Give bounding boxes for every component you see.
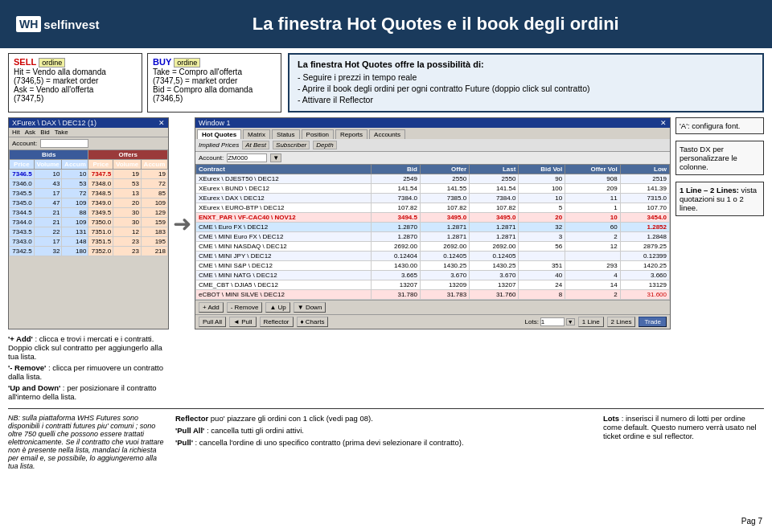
col-contract: Contract <box>196 165 372 174</box>
xfurex-close[interactable]: ✕ <box>158 119 165 127</box>
remove-button[interactable]: - Remove <box>227 302 263 313</box>
up-button[interactable]: ▲ Up <box>265 302 290 313</box>
tab-reports[interactable]: Reports <box>335 129 368 139</box>
sell-box: SELLordine Hit = Vendo alla domanda (734… <box>8 53 142 113</box>
lots-desc: : inserisci il numero di lotti per ordin… <box>603 414 757 440</box>
xfurex-menu-take[interactable]: Take <box>55 129 68 136</box>
table-row: 7344.021109 7350.030159 <box>10 218 168 227</box>
table-row[interactable]: XEurex \ DAX \ DEC127384.07385.07384.010… <box>196 194 670 203</box>
offers-header: Offers <box>88 150 168 160</box>
sell-line4: (7347,5) <box>14 94 137 103</box>
note-font-text: 'A': configura font. <box>680 121 740 130</box>
tab-status[interactable]: Status <box>272 129 300 139</box>
arrow-right-icon: ➜ <box>174 211 190 237</box>
table-row: 7345.51772 7348.51385 <box>10 189 168 198</box>
table-row[interactable]: XEurex \ EURO-BTP \ DEC12107.82107.82107… <box>196 203 670 213</box>
page-number: Pag 7 <box>741 517 762 526</box>
col-bid: Bid <box>371 165 420 174</box>
hq-titlebar: Window 1 ✕ <box>195 118 670 128</box>
instr-add-label: '+ Add' <box>8 334 33 343</box>
table-row[interactable]: ENXT_PAR \ VF-CAC40 \ NOV123494.53495.03… <box>196 213 670 223</box>
charts-button[interactable]: ♦ Charts <box>297 317 329 327</box>
depth-btn[interactable]: Depth <box>313 141 336 149</box>
1line-button[interactable]: 1 Line <box>578 317 604 327</box>
table-row[interactable]: CME \ MINI Euro FX \ DEC121.28701.28711.… <box>196 232 670 242</box>
buy-line2: (7347,5) = market order <box>153 76 276 85</box>
lots-label: Lots: <box>525 318 539 325</box>
table-row: 7345.047109 7349.020109 <box>10 198 168 208</box>
down-button[interactable]: ▼ Down <box>294 302 326 313</box>
hq-account-btn[interactable]: ▼ <box>270 153 281 162</box>
hq-tabs[interactable]: Hot Quotes Matrix Status Position Report… <box>195 128 670 139</box>
lots-box: Lots: ▼ <box>525 317 575 326</box>
note-font: 'A': configura font. <box>676 117 764 134</box>
hq-window-close[interactable]: ✕ <box>660 119 667 127</box>
table-row[interactable]: XEurex \ BUND \ DEC12141.54141.55141.541… <box>196 184 670 194</box>
table-row: 7342.532180 7352.023218 <box>10 247 168 256</box>
tab-matrix[interactable]: Matrix <box>243 129 270 139</box>
tab-accounts[interactable]: Accounts <box>369 129 405 139</box>
xfurex-menu-hit[interactable]: Hit <box>12 129 20 136</box>
lots-spinner[interactable]: ▼ <box>566 318 575 325</box>
buy-line3: Bid = Compro alla domanda <box>153 85 276 94</box>
table-row[interactable]: XEurex \ DJEST50 \ DEC122549255025509090… <box>196 174 670 184</box>
page-title: La finestra Hot Quotes e il book degli o… <box>116 14 756 35</box>
sell-buy-area: SELLordine Hit = Vendo alla domanda (734… <box>8 53 281 113</box>
buy-line1: Take = Compro all'offerta <box>153 68 276 76</box>
page-header: WH selfinvest La finestra Hot Quotes e i… <box>0 0 772 48</box>
hq-toolbar: Implied Prices At Best Subscriber Depth <box>195 139 670 152</box>
note-lines-title: 1 Line – 2 Lines: <box>680 186 739 194</box>
bids-header: Bids <box>10 150 88 160</box>
account-label: Account: <box>12 140 37 147</box>
2lines-button[interactable]: 2 Lines <box>607 317 636 327</box>
logo-brand: selfinvest <box>43 18 99 31</box>
buy-box: BUYordine Take = Compro all'offerta (734… <box>147 53 281 113</box>
hq-account-input[interactable] <box>227 153 267 162</box>
reflector-button[interactable]: Reflector <box>260 317 294 327</box>
hq-bottom-bar-2: Pull All ◄ Pull Reflector ♦ Charts Lots:… <box>195 314 670 329</box>
pull-all-button[interactable]: Pull All <box>199 317 226 327</box>
lots-title: Lots <box>603 414 619 423</box>
hq-info-item3: Attivare il Reflector <box>298 95 754 104</box>
at-best-btn[interactable]: At Best <box>242 141 269 149</box>
xfurex-menu-ask[interactable]: Ask <box>25 129 35 136</box>
bottom-left: NB: sulla piattaforma WHS Futures sono d… <box>8 414 169 470</box>
instr-add: '+ Add' : clicca e trovi i mercati e i c… <box>8 334 169 361</box>
xfurex-title: XFurex \ DAX \ DEC12 (1) <box>12 119 96 127</box>
instr-remove-label: '- Remove' <box>8 363 46 372</box>
main-content: SELLordine Hit = Vendo alla domanda (734… <box>0 48 772 475</box>
subscriber-btn[interactable]: Subscriber <box>273 141 310 149</box>
table-row[interactable]: CME \ MINI S&P \ DEC121430.001430.251430… <box>196 261 670 271</box>
table-row[interactable]: CME \ Euro FX \ DEC121.28701.28711.28713… <box>196 223 670 232</box>
xfurex-menu-bid[interactable]: Bid <box>40 129 50 136</box>
add-button[interactable]: + Add <box>199 302 224 313</box>
bottom-section: NB: sulla piattaforma WHS Futures sono d… <box>8 408 764 470</box>
table-row[interactable]: CME \ MINI JPY \ DEC120.124040.124050.12… <box>196 252 670 261</box>
hq-info-list: Seguire i prezzi in tempo reale Aprire i… <box>298 72 754 104</box>
hq-account-label: Account: <box>199 154 224 162</box>
instructions-area: '+ Add' : clicca e trovi i mercati e i c… <box>8 334 764 403</box>
bottom-center: Reflector puo' piazzare gli ordini con 1… <box>175 414 597 470</box>
col-offer-vol: Offer Vol <box>565 165 620 174</box>
table-row: 7346.51010 7347.51919 <box>10 170 168 179</box>
hq-info-box: La finestra Hot Quotes offre la possibil… <box>288 53 764 113</box>
reflector-desc: Reflector puo' piazzare gli ordini con 1… <box>175 414 597 423</box>
instr-remove: '- Remove' : clicca per rimuovere un con… <box>8 363 169 381</box>
sell-label: SELL <box>14 57 36 67</box>
table-row[interactable]: CME_CBT \ DJIA5 \ DEC1213207132091320724… <box>196 280 670 290</box>
trade-button[interactable]: Trade <box>639 317 667 327</box>
tab-position[interactable]: Position <box>302 129 334 139</box>
pull-all-desc: 'Pull All' : cancella tutti gli ordini a… <box>175 426 597 435</box>
pull-button[interactable]: ◄ Pull <box>229 317 256 327</box>
account-input[interactable] <box>40 139 88 148</box>
hq-quotes-table: Contract Bid Offer Last Bid Vol Offer Vo… <box>195 164 670 300</box>
table-row[interactable]: eCBOT \ MINI SILVE \ DEC1231.78031.78331… <box>196 290 670 300</box>
logo-wh: WH <box>16 16 41 32</box>
lots-input[interactable] <box>540 317 565 326</box>
tab-hot-quotes[interactable]: Hot Quotes <box>197 129 241 139</box>
xfurex-menubar[interactable]: Hit Ask Bid Take <box>9 128 168 137</box>
buy-label: BUY <box>153 57 171 67</box>
note-dx-text: Tasto DX per personalizzare le colonne. <box>680 145 737 171</box>
table-row[interactable]: CME \ MINI NASDAQ \ DEC122692.002692.002… <box>196 242 670 252</box>
table-row[interactable]: CME \ MINI NATG \ DEC123.6653.6703.67040… <box>196 271 670 280</box>
